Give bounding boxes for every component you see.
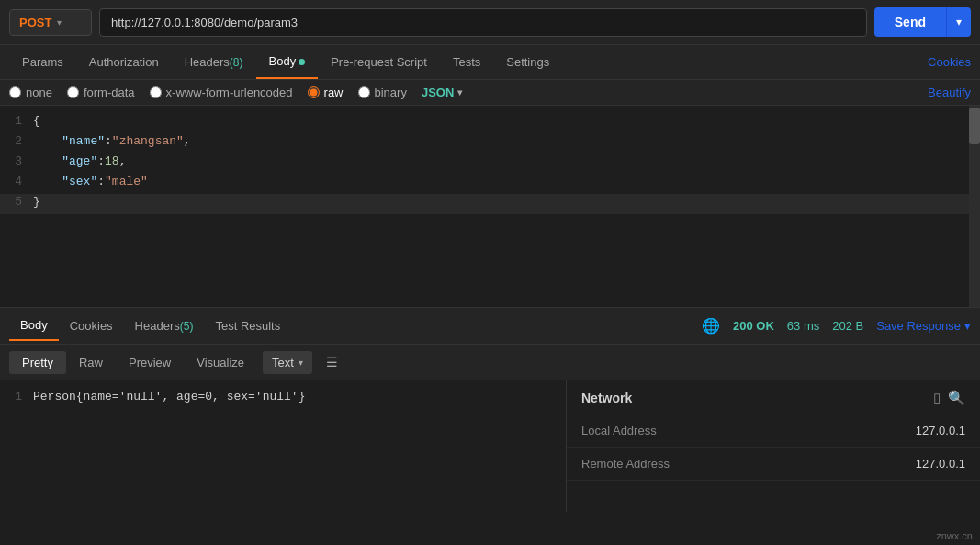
remote-address-value: 127.0.0.1 (916, 457, 965, 471)
response-content: 1 Person{name='null', age=0, sex='null'}… (0, 380, 980, 512)
resp-opt-visualize[interactable]: Visualize (184, 351, 257, 374)
tab-tests[interactable]: Tests (440, 46, 493, 78)
response-size: 202 B (832, 319, 863, 333)
remote-address-row: Remote Address 127.0.0.1 (567, 448, 980, 481)
resp-tab-body[interactable]: Body (9, 311, 59, 341)
remote-address-label: Remote Address (581, 457, 916, 471)
tab-settings[interactable]: Settings (493, 46, 562, 78)
option-binary[interactable]: binary (358, 85, 407, 99)
editor-scrollbar[interactable] (969, 106, 980, 307)
resp-tab-headers[interactable]: Headers(5) (124, 312, 205, 340)
option-raw[interactable]: raw (308, 85, 344, 99)
method-chevron-icon: ▾ (57, 17, 62, 28)
editor-line-5: 5 } (0, 194, 980, 214)
local-address-row: Local Address 127.0.0.1 (567, 414, 980, 448)
response-body-panel: 1 Person{name='null', age=0, sex='null'} (0, 380, 567, 512)
globe-icon: 🌐 (702, 317, 720, 335)
top-bar: POST ▾ Send ▾ (0, 0, 980, 45)
filter-icon[interactable]: ☰ (321, 350, 343, 374)
resp-line-1: 1 Person{name='null', age=0, sex='null'} (0, 388, 566, 408)
resp-line-content: Person{name='null', age=0, sex='null'} (33, 390, 305, 406)
response-body-options: Pretty Raw Preview Visualize Text ▾ ☰ (0, 345, 980, 380)
copy-icon[interactable]: ▯ (933, 390, 941, 406)
option-none[interactable]: none (9, 85, 52, 99)
send-btn-group: Send ▾ (874, 7, 971, 37)
response-tabs: Body Cookies Headers(5) Test Results 🌐 2… (0, 308, 980, 345)
nav-tabs: Params Authorization Headers(8) Body Pre… (0, 45, 980, 80)
local-address-value: 127.0.0.1 (916, 424, 965, 437)
json-chevron-icon: ▾ (457, 87, 462, 97)
tab-authorization[interactable]: Authorization (76, 46, 172, 78)
option-form-data[interactable]: form-data (67, 85, 135, 99)
resp-opt-preview[interactable]: Preview (116, 351, 184, 374)
code-editor[interactable]: 1 { 2 "name":"zhangsan", 3 "age":18, 4 "… (0, 106, 980, 221)
json-type-dropdown[interactable]: JSON ▾ (422, 85, 462, 99)
url-input[interactable] (99, 8, 867, 37)
editor-line-1: 1 { (0, 113, 980, 133)
json-label: JSON (422, 85, 454, 99)
editor-line-3: 3 "age":18, (0, 153, 980, 174)
option-urlencoded[interactable]: x-www-form-urlencoded (150, 85, 293, 99)
network-icons: ▯ 🔍 (933, 390, 965, 406)
text-chevron-icon: ▾ (299, 358, 303, 368)
tab-params[interactable]: Params (9, 46, 76, 78)
tab-body[interactable]: Body (256, 45, 319, 79)
resp-tab-cookies[interactable]: Cookies (59, 312, 124, 340)
save-response-chevron: ▾ (964, 319, 971, 333)
network-title: Network (581, 391, 632, 405)
text-format-dropdown[interactable]: Text ▾ (263, 351, 312, 374)
search-icon[interactable]: 🔍 (948, 390, 965, 406)
status-code: 200 OK (733, 319, 774, 333)
send-button[interactable]: Send (874, 7, 946, 37)
resp-opt-pretty[interactable]: Pretty (9, 351, 66, 374)
network-panel: Network ▯ 🔍 Local Address 127.0.0.1 Remo… (567, 380, 980, 512)
method-dropdown[interactable]: POST ▾ (9, 9, 92, 36)
tab-headers[interactable]: Headers(8) (172, 46, 256, 78)
editor-scrollbar-thumb[interactable] (969, 108, 980, 144)
response-status: 🌐 200 OK 63 ms 202 B Save Response ▾ (702, 317, 971, 335)
tab-pre-request[interactable]: Pre-request Script (318, 46, 440, 78)
editor-line-4: 4 "sex":"male" (0, 174, 980, 194)
local-address-label: Local Address (581, 424, 916, 437)
body-active-dot (299, 59, 305, 65)
send-dropdown-button[interactable]: ▾ (946, 7, 971, 37)
beautify-button[interactable]: Beautify (928, 85, 971, 99)
editor-line-2: 2 "name":"zhangsan", (0, 133, 980, 153)
text-format-label: Text (272, 356, 294, 369)
watermark: znwx.cn (936, 530, 973, 541)
resp-opt-raw[interactable]: Raw (66, 351, 116, 374)
resp-tab-test-results[interactable]: Test Results (204, 312, 291, 340)
network-header: Network ▯ 🔍 (567, 380, 980, 414)
method-label: POST (19, 16, 51, 29)
response-time: 63 ms (787, 319, 819, 333)
save-response-button[interactable]: Save Response ▾ (876, 319, 971, 333)
body-options: none form-data x-www-form-urlencoded raw… (0, 80, 980, 106)
editor-area: 1 { 2 "name":"zhangsan", 3 "age":18, 4 "… (0, 106, 980, 308)
cookies-link[interactable]: Cookies (928, 46, 971, 78)
